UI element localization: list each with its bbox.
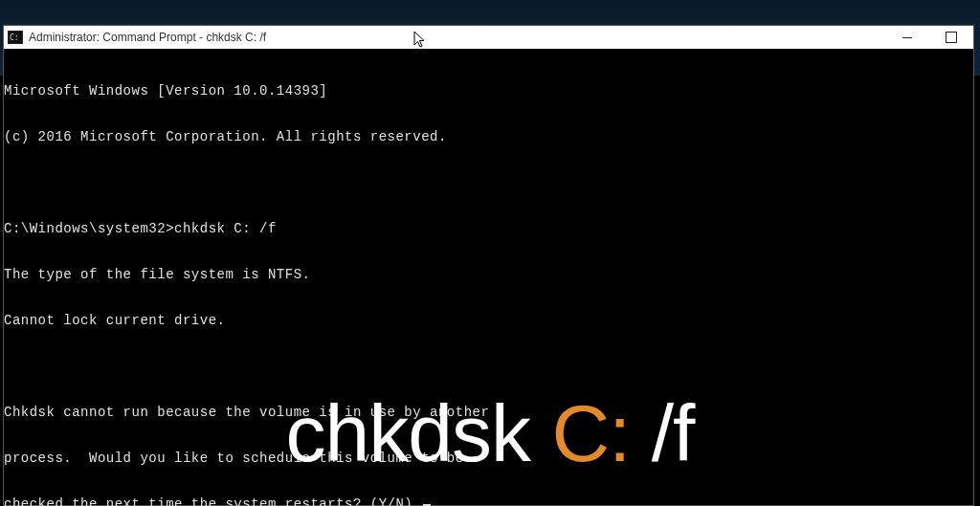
console-line: (c) 2016 Microsoft Corporation. All righ…: [4, 129, 973, 144]
caption-accent: C:: [551, 388, 630, 478]
console-line: [4, 175, 973, 190]
console-prompt-line: checked the next time the system restart…: [4, 496, 973, 506]
caption-part2: /f: [630, 388, 694, 478]
console-line: Cannot lock current drive.: [4, 313, 973, 328]
console-line: Microsoft Windows [Version 10.0.14393]: [4, 83, 973, 99]
window-title: Administrator: Command Prompt - chkdsk C…: [29, 31, 266, 44]
svg-text:C:: C:: [10, 33, 19, 42]
minimize-button[interactable]: [885, 26, 929, 49]
caption-part1: chkdsk: [286, 388, 552, 478]
maximize-button[interactable]: [929, 26, 973, 49]
console-line: C:\Windows\system32>chkdsk C: /f: [4, 221, 973, 236]
cmd-icon: C:: [8, 31, 23, 44]
caption-overlay: chkdsk C: /f: [0, 387, 980, 480]
console-line: checked the next time the system restart…: [4, 496, 421, 506]
window-controls: [885, 26, 973, 49]
console-line: [4, 359, 973, 374]
console-line: The type of the file system is NTFS.: [4, 267, 973, 282]
titlebar[interactable]: C: Administrator: Command Prompt - chkds…: [4, 26, 973, 49]
